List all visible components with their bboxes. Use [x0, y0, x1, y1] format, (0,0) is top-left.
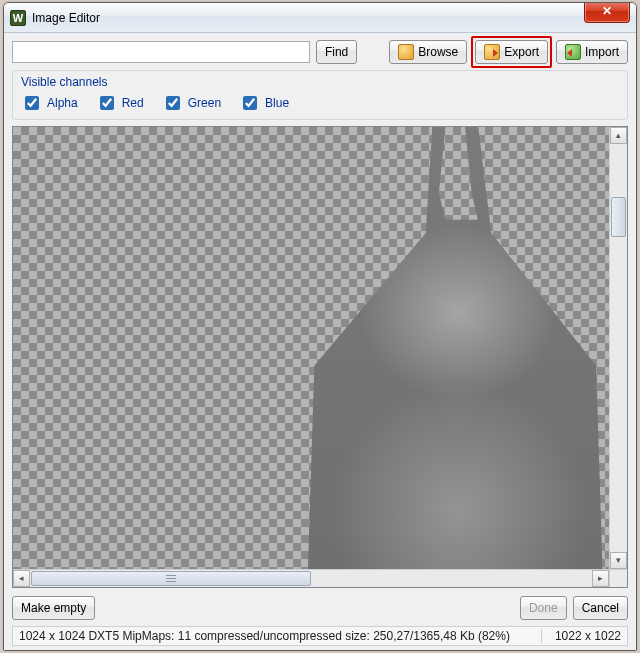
browse-button-label: Browse — [418, 45, 458, 59]
scroll-left-button[interactable]: ◂ — [13, 570, 30, 587]
image-canvas[interactable] — [13, 127, 609, 569]
browse-button[interactable]: Browse — [389, 40, 467, 64]
footer-buttons: Make empty Done Cancel — [12, 592, 628, 620]
checkbox-alpha-label: Alpha — [47, 96, 78, 110]
status-text: 1024 x 1024 DXT5 MipMaps: 11 compressed/… — [19, 629, 535, 643]
image-viewport: ▴ ▾ ◂ ▸ — [12, 126, 628, 588]
checkbox-red-input[interactable] — [100, 96, 114, 110]
export-button-label: Export — [504, 45, 539, 59]
export-button[interactable]: Export — [475, 40, 548, 64]
texture-preview — [295, 127, 609, 569]
checkbox-alpha-input[interactable] — [25, 96, 39, 110]
path-input[interactable] — [12, 41, 310, 63]
folder-icon — [398, 44, 414, 60]
status-bar: 1024 x 1024 DXT5 MipMaps: 11 compressed/… — [12, 626, 628, 646]
vertical-scrollbar[interactable]: ▴ ▾ — [609, 127, 627, 569]
scroll-down-button[interactable]: ▾ — [610, 552, 627, 569]
scroll-corner — [609, 569, 627, 587]
import-button[interactable]: Import — [556, 40, 628, 64]
checkbox-green[interactable]: Green — [162, 93, 221, 113]
app-icon: W — [10, 10, 26, 26]
vscroll-thumb[interactable] — [611, 197, 626, 237]
done-button: Done — [520, 596, 567, 620]
channels-checks: Alpha Red Green Blue — [21, 93, 619, 113]
cancel-label: Cancel — [582, 601, 619, 615]
import-icon — [565, 44, 581, 60]
scroll-up-button[interactable]: ▴ — [610, 127, 627, 144]
make-empty-label: Make empty — [21, 601, 86, 615]
titlebar[interactable]: W Image Editor ✕ — [4, 3, 636, 33]
window-title: Image Editor — [32, 11, 100, 25]
client-area: Find Browse Export Import Visible channe… — [4, 33, 636, 650]
done-label: Done — [529, 601, 558, 615]
checkbox-alpha[interactable]: Alpha — [21, 93, 78, 113]
cancel-button[interactable]: Cancel — [573, 596, 628, 620]
checkbox-blue-label: Blue — [265, 96, 289, 110]
horizontal-scrollbar[interactable]: ◂ ▸ — [13, 569, 609, 587]
make-empty-button[interactable]: Make empty — [12, 596, 95, 620]
toolbar-row: Find Browse Export Import — [12, 40, 628, 64]
close-icon: ✕ — [602, 4, 612, 18]
checkbox-red[interactable]: Red — [96, 93, 144, 113]
import-button-label: Import — [585, 45, 619, 59]
status-dimensions: 1022 x 1022 — [541, 629, 621, 643]
find-button[interactable]: Find — [316, 40, 357, 64]
checkbox-blue-input[interactable] — [243, 96, 257, 110]
find-button-label: Find — [325, 45, 348, 59]
channels-group-title: Visible channels — [21, 75, 619, 89]
checkbox-green-label: Green — [188, 96, 221, 110]
export-highlight: Export — [471, 36, 552, 68]
visible-channels-group: Visible channels Alpha Red Green Blue — [12, 70, 628, 120]
export-icon — [484, 44, 500, 60]
image-editor-window: W Image Editor ✕ Find Browse Export — [3, 2, 637, 651]
checkbox-red-label: Red — [122, 96, 144, 110]
close-button[interactable]: ✕ — [584, 2, 630, 23]
scroll-right-button[interactable]: ▸ — [592, 570, 609, 587]
hscroll-thumb[interactable] — [31, 571, 311, 586]
checkbox-green-input[interactable] — [166, 96, 180, 110]
checkbox-blue[interactable]: Blue — [239, 93, 289, 113]
